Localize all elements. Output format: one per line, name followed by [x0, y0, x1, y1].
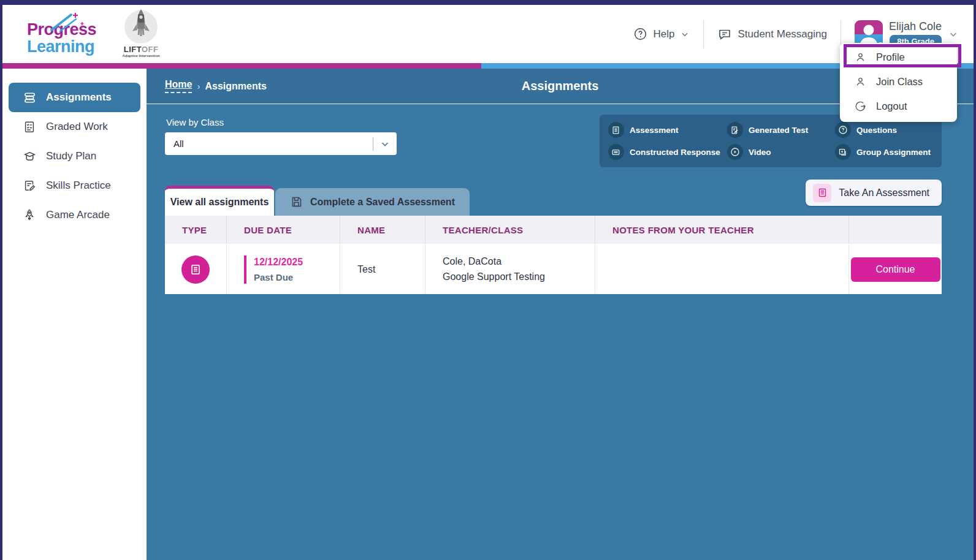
menu-item-join-class[interactable]: Join Class [840, 69, 957, 94]
menu-item-label: Join Class [876, 76, 923, 88]
header-divider [703, 21, 704, 48]
class-select-value: All [173, 138, 184, 149]
user-name: Elijah Cole [889, 20, 942, 33]
group-assignment-icon [835, 144, 851, 160]
action-cell: Continue [848, 245, 942, 294]
sidebar-item-study-plan[interactable]: Study Plan [9, 142, 140, 171]
menu-item-label: Profile [876, 51, 905, 63]
app-window: Progress Learning LIFTOFF Adaptive Inter… [2, 5, 974, 560]
graded-doc-icon [22, 120, 37, 134]
sidebar-item-label: Assignments [46, 91, 112, 104]
view-by-class-filter: View by Class All [165, 115, 397, 155]
assignment-type-legend: Assessment Generated Test [600, 115, 942, 167]
sidebar-item-assignments[interactable]: Assignments [9, 83, 140, 112]
sidebar-item-skills-practice[interactable]: Skills Practice [9, 171, 140, 200]
rocket-icon [22, 208, 37, 222]
logout-icon [855, 100, 866, 112]
continue-button[interactable]: Continue [851, 257, 940, 282]
menu-item-label: Logout [876, 100, 907, 112]
col-header-actions [848, 216, 942, 244]
tab-label: View all assignments [170, 197, 269, 208]
legend-item-constructed-response: Constructed Response [608, 144, 722, 160]
due-date: 12/12/2025 [254, 257, 303, 268]
user-dropdown-menu: Profile Join Class Logout [840, 43, 957, 122]
due-date-cell: 12/12/2025 Past Due [226, 245, 340, 294]
help-icon [633, 27, 647, 41]
table-row: 12/12/2025 Past Due Test Cole, DaCota Go… [165, 244, 942, 294]
accent-bar [2, 63, 974, 69]
shooting-stars-icon [48, 10, 92, 35]
doc-pencil-icon [22, 179, 37, 192]
assignment-name-cell: Test [340, 245, 425, 294]
menu-item-profile[interactable]: Profile [840, 45, 957, 69]
sidebar-item-game-arcade[interactable]: Game Arcade [9, 200, 140, 230]
questions-icon [835, 122, 851, 138]
liftoff-rocket-icon [124, 10, 158, 44]
liftoff-subtitle: Adaptive Intervention [122, 54, 159, 58]
col-header-name: NAME [340, 216, 425, 244]
col-header-type: TYPE [165, 216, 226, 244]
tab-view-all-assignments[interactable]: View all assignments [165, 186, 274, 216]
brand-line2: Learning [27, 38, 96, 55]
chevron-down-icon [680, 29, 690, 39]
class-name: Google Support Testing [443, 270, 545, 285]
help-menu[interactable]: Help [633, 27, 690, 41]
class-select[interactable]: All [165, 132, 397, 155]
sidebar-item-label: Game Arcade [46, 209, 110, 221]
breadcrumb: Home › Assignments [165, 79, 267, 93]
table-header-row: TYPE DUE DATE NAME TEACHER/CLASS NOTES F… [165, 216, 942, 244]
col-header-due-date: DUE DATE [226, 216, 340, 244]
breadcrumb-home-link[interactable]: Home [165, 79, 192, 93]
chevron-down-icon[interactable] [373, 138, 397, 149]
tabs-row: View all assignments Complete a Saved As… [165, 186, 942, 216]
assignments-table: TYPE DUE DATE NAME TEACHER/CLASS NOTES F… [165, 216, 942, 294]
messaging-label: Student Messaging [738, 28, 827, 40]
save-icon [290, 195, 303, 208]
view-by-class-label: View by Class [166, 117, 397, 127]
assessment-type-icon [181, 255, 210, 284]
sidebar-item-label: Study Plan [46, 150, 96, 162]
sidebar-item-label: Graded Work [46, 121, 108, 133]
student-messaging-link[interactable]: Student Messaging [717, 27, 827, 42]
teacher-name: Cole, DaCota [443, 254, 545, 270]
legend-item-group-assignment: Group Assignment [835, 144, 931, 160]
teacher-notes-cell [595, 245, 848, 294]
tab-label: Complete a Saved Assessment [310, 197, 455, 208]
app-header: Progress Learning LIFTOFF Adaptive Inter… [2, 5, 974, 63]
video-icon [727, 144, 743, 160]
breadcrumb-current: Assignments [205, 81, 266, 92]
chat-icon [717, 27, 732, 42]
person-icon [855, 76, 866, 88]
header-divider [841, 21, 841, 48]
constructed-response-icon [608, 144, 624, 160]
due-status: Past Due [254, 272, 303, 282]
sidebar-item-label: Skills Practice [46, 180, 111, 192]
assessment-pink-icon [813, 184, 831, 202]
content-area: Home › Assignments Assignments View by C… [147, 69, 974, 560]
take-assessment-label: Take An Assessment [839, 187, 929, 199]
menu-item-logout[interactable]: Logout [840, 94, 957, 118]
generated-test-icon [727, 122, 743, 138]
liftoff-title: LIFTOFF [124, 45, 159, 54]
teacher-class-cell: Cole, DaCota Google Support Testing [425, 245, 595, 294]
breadcrumb-separator: › [197, 81, 200, 91]
study-book-icon [22, 149, 37, 164]
legend-item-assessment: Assessment [608, 122, 722, 138]
take-an-assessment-button[interactable]: Take An Assessment [806, 180, 942, 206]
books-icon [22, 91, 37, 105]
liftoff-logo[interactable]: LIFTOFF Adaptive Intervention [120, 10, 162, 58]
brand-area: Progress Learning LIFTOFF Adaptive Inter… [27, 10, 162, 58]
legend-item-questions: Questions [835, 122, 931, 138]
assignment-type-cell [165, 245, 226, 294]
tab-complete-saved-assessment[interactable]: Complete a Saved Assessment [275, 188, 470, 216]
sidebar: Assignments Graded Work [2, 69, 147, 560]
legend-item-generated-test: Generated Test [727, 122, 830, 138]
assessment-icon [608, 122, 624, 138]
sidebar-item-graded-work[interactable]: Graded Work [9, 112, 140, 142]
accent-magenta-segment [2, 63, 481, 69]
progress-learning-logo[interactable]: Progress Learning [27, 13, 96, 55]
chevron-down-icon [948, 29, 959, 40]
col-header-notes: NOTES FROM YOUR TEACHER [595, 216, 848, 244]
person-icon [855, 51, 866, 63]
legend-item-video: Video [727, 144, 830, 160]
